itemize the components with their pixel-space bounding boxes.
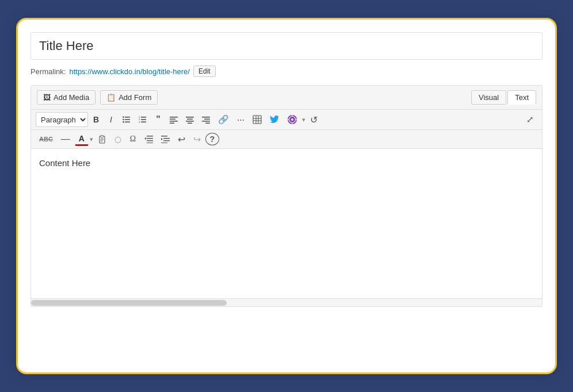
svg-rect-19: [188, 123, 192, 124]
editor-content-area[interactable]: Content Here: [31, 149, 542, 298]
paste-text-button[interactable]: [94, 132, 110, 146]
svg-rect-42: [147, 138, 153, 139]
unordered-list-button[interactable]: [119, 113, 134, 126]
fullscreen-button[interactable]: ⤢: [523, 113, 537, 126]
add-media-button[interactable]: 🖼 Add Media: [37, 90, 96, 105]
svg-marker-45: [144, 137, 146, 140]
svg-point-4: [123, 119, 124, 120]
svg-rect-23: [205, 123, 210, 124]
svg-point-31: [291, 118, 293, 121]
permalink-label: Permalink:: [30, 67, 66, 76]
permalink-url[interactable]: https://www.clickdo.in/blog/title-here/: [69, 67, 190, 76]
scrollbar-thumb[interactable]: [31, 300, 227, 306]
align-left-button[interactable]: [166, 113, 181, 126]
svg-rect-37: [101, 135, 104, 137]
toolbar-row2: ABC — A ▾ ◌ Ω: [31, 130, 542, 149]
align-center-button[interactable]: [182, 113, 197, 126]
editor-frame: Permalink: https://www.clickdo.in/blog/t…: [16, 18, 557, 374]
outdent-icon: [144, 136, 153, 143]
ordered-list-button[interactable]: 1 2 3: [135, 113, 150, 126]
svg-rect-1: [125, 119, 130, 120]
svg-rect-2: [125, 122, 130, 123]
undo-button[interactable]: ↩: [174, 132, 189, 146]
outdent-button[interactable]: [141, 132, 156, 146]
svg-rect-43: [147, 140, 153, 141]
permalink-edit-button[interactable]: Edit: [193, 66, 216, 77]
editor-wrapper: 🖼 Add Media 📋 Add Form Visual Text Parag…: [30, 85, 543, 307]
svg-rect-41: [147, 136, 153, 137]
svg-point-5: [123, 121, 124, 122]
twitter-button[interactable]: [266, 113, 282, 126]
unordered-list-icon: [123, 116, 131, 124]
visual-tab[interactable]: Visual: [471, 90, 506, 105]
bold-button[interactable]: B: [89, 113, 103, 126]
media-icon: 🖼: [43, 93, 51, 102]
svg-rect-17: [187, 119, 193, 120]
paragraph-select[interactable]: Paragraph: [36, 112, 88, 127]
svg-rect-47: [163, 138, 170, 139]
svg-rect-0: [125, 117, 130, 118]
align-right-icon: [202, 116, 210, 124]
help-button[interactable]: ?: [205, 133, 219, 145]
link-button[interactable]: 🔗: [215, 113, 232, 126]
svg-rect-15: [170, 123, 174, 124]
horizontal-rule-button[interactable]: —: [58, 132, 74, 146]
svg-point-3: [123, 117, 124, 118]
ordered-list-icon: 1 2 3: [139, 116, 147, 124]
text-color-button[interactable]: A: [75, 132, 89, 146]
svg-rect-49: [161, 143, 167, 143]
svg-rect-13: [170, 119, 175, 120]
align-center-icon: [186, 116, 194, 124]
svg-rect-8: [141, 122, 146, 123]
svg-rect-6: [141, 117, 146, 118]
indent-icon: [161, 136, 170, 143]
editor-top-left: 🖼 Add Media 📋 Add Form: [37, 90, 158, 105]
table-icon: [253, 115, 262, 124]
svg-rect-7: [141, 119, 146, 120]
svg-rect-24: [253, 116, 261, 124]
svg-text:3: 3: [139, 121, 140, 124]
svg-rect-48: [163, 140, 170, 141]
svg-rect-18: [186, 121, 194, 122]
toolbar-row1: Paragraph B I 1: [31, 110, 542, 130]
editor-view-tabs: Visual Text: [471, 90, 536, 105]
scrollbar-area: [31, 298, 542, 306]
align-left-icon: [170, 116, 178, 124]
svg-rect-14: [170, 121, 178, 122]
svg-rect-12: [170, 117, 178, 118]
svg-rect-21: [204, 119, 210, 120]
refresh-button[interactable]: ↺: [307, 113, 321, 126]
italic-button[interactable]: I: [104, 113, 118, 126]
content-text: Content Here: [39, 158, 90, 168]
text-color-dropdown[interactable]: ▾: [90, 136, 93, 143]
indent-button[interactable]: [158, 132, 173, 146]
plugin-icon: [287, 114, 297, 125]
add-form-button[interactable]: 📋 Add Form: [100, 90, 158, 105]
table-button[interactable]: [249, 113, 265, 126]
text-tab[interactable]: Text: [507, 90, 536, 105]
clear-format-button[interactable]: ◌: [111, 132, 125, 146]
editor-top-bar: 🖼 Add Media 📋 Add Form Visual Text: [31, 86, 542, 110]
svg-rect-22: [202, 121, 210, 122]
permalink-bar: Permalink: https://www.clickdo.in/blog/t…: [30, 66, 543, 77]
twitter-icon: [270, 116, 279, 124]
paste-text-icon: [98, 135, 106, 144]
redo-button[interactable]: ↪: [190, 132, 204, 146]
align-right-button[interactable]: [198, 113, 213, 126]
svg-rect-16: [186, 117, 194, 118]
blockquote-button[interactable]: ": [151, 113, 165, 126]
strikethrough-button[interactable]: ABC: [36, 132, 56, 146]
svg-rect-44: [147, 143, 153, 143]
svg-marker-50: [161, 138, 163, 140]
plugin-button[interactable]: [284, 113, 301, 126]
special-chars-button[interactable]: Ω: [126, 132, 140, 146]
svg-rect-46: [161, 136, 167, 137]
form-icon: 📋: [106, 93, 116, 102]
svg-rect-20: [202, 117, 210, 118]
plugin-dropdown-arrow[interactable]: ▾: [302, 116, 305, 124]
more-button[interactable]: ⋯: [234, 113, 248, 126]
title-input[interactable]: [30, 32, 543, 60]
